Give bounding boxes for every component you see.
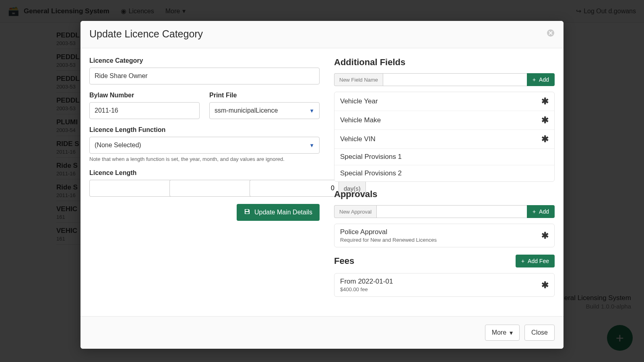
new-approval-tag: New Approval — [334, 205, 376, 218]
licence-category-label: Licence Category — [89, 57, 320, 64]
fee-row[interactable]: From 2022-01-01 $400.00 fee ✱ — [334, 274, 554, 296]
chevron-down-icon: ▾ — [510, 329, 513, 337]
print-file-select[interactable]: ssm-municipalLicence ▼ — [209, 102, 320, 119]
approvals-heading: Approvals — [334, 189, 555, 200]
months-group: month(s) — [169, 180, 240, 197]
days-input[interactable] — [250, 180, 339, 197]
length-function-label: Licence Length Function — [89, 126, 320, 134]
years-input[interactable] — [89, 180, 178, 197]
licence-length-label: Licence Length — [89, 169, 320, 177]
field-row[interactable]: Special Provisions 2 — [334, 165, 554, 181]
bylaw-input[interactable] — [89, 102, 200, 119]
close-button[interactable]: Close — [524, 325, 555, 341]
add-field-button[interactable]: + Add — [527, 73, 555, 86]
new-approval-input[interactable] — [376, 205, 527, 218]
required-icon: ✱ — [541, 280, 549, 290]
main-details-column: Licence Category Bylaw Number Print File… — [89, 57, 320, 304]
required-icon: ✱ — [541, 115, 549, 125]
field-row[interactable]: Vehicle Year✱ — [334, 92, 554, 111]
additional-column: Additional Fields New Field Name + Add V… — [334, 57, 555, 304]
add-approval-button[interactable]: + Add — [527, 205, 555, 218]
modal-title: Update Licence Category — [89, 28, 203, 40]
years-group: year(s) — [89, 180, 160, 197]
new-field-bar: New Field Name + Add — [334, 73, 555, 86]
chevron-down-icon: ▼ — [309, 108, 314, 114]
plus-icon: + — [521, 258, 524, 264]
field-row[interactable]: Special Provisions 1 — [334, 149, 554, 165]
plus-icon: + — [533, 208, 536, 215]
chevron-down-icon: ▼ — [309, 142, 314, 148]
required-icon: ✱ — [541, 230, 549, 241]
field-row[interactable]: Vehicle VIN✱ — [334, 130, 554, 149]
licence-category-input[interactable] — [89, 68, 320, 84]
fees-heading: Fees — [334, 256, 354, 266]
update-main-details-button[interactable]: Update Main Details — [237, 204, 320, 221]
more-button[interactable]: More ▾ — [485, 325, 520, 341]
days-group: day(s) — [250, 180, 320, 197]
months-input[interactable] — [169, 180, 258, 197]
update-licence-modal: Update Licence Category Licence Category… — [80, 21, 564, 349]
new-field-input[interactable] — [383, 73, 527, 86]
close-icon[interactable] — [547, 29, 555, 39]
approval-row[interactable]: Police Approval Required for New and Ren… — [334, 224, 554, 247]
modal-footer: More ▾ Close — [80, 316, 564, 349]
length-function-help: Note that when a length function is set,… — [89, 156, 320, 162]
required-icon: ✱ — [541, 96, 549, 107]
save-icon — [244, 208, 250, 216]
additional-fields-heading: Additional Fields — [334, 57, 555, 68]
plus-icon: + — [533, 76, 536, 83]
add-fee-button[interactable]: + Add Fee — [516, 255, 555, 267]
bylaw-label: Bylaw Number — [89, 92, 200, 99]
length-function-select[interactable]: (None Selected) ▼ — [89, 137, 320, 154]
print-file-label: Print File — [209, 92, 320, 99]
fees-card: From 2022-01-01 $400.00 fee ✱ — [334, 273, 555, 297]
field-row[interactable]: Vehicle Make✱ — [334, 111, 554, 130]
new-approval-bar: New Approval + Add — [334, 205, 555, 218]
new-field-tag: New Field Name — [334, 73, 383, 86]
required-icon: ✱ — [541, 134, 549, 144]
approvals-card: Police Approval Required for New and Ren… — [334, 224, 555, 247]
fields-card: Vehicle Year✱ Vehicle Make✱ Vehicle VIN✱… — [334, 92, 555, 182]
modal-header: Update Licence Category — [80, 21, 564, 48]
